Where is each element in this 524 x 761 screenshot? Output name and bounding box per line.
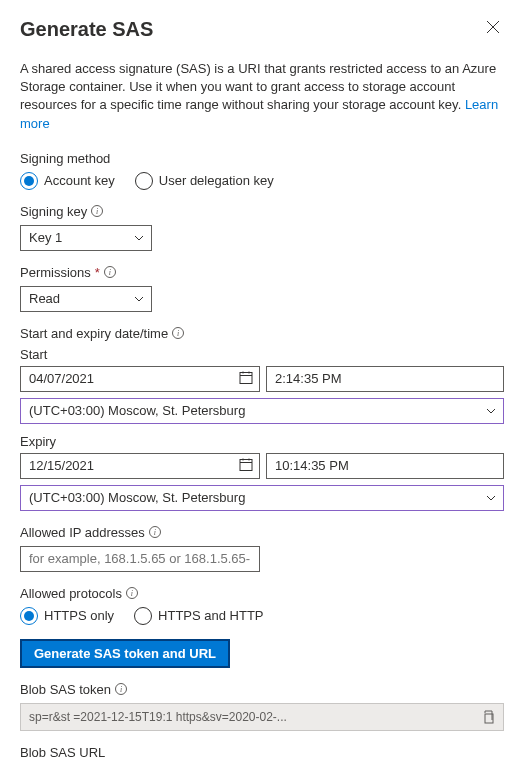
close-button[interactable]: [482, 16, 504, 42]
close-icon: [486, 20, 500, 34]
copy-sas-token-button[interactable]: [477, 708, 499, 726]
allowed-protocols-label: Allowed protocols i: [20, 586, 504, 601]
permissions-label: Permissions * i: [20, 265, 504, 280]
info-icon[interactable]: i: [115, 683, 127, 695]
copy-icon: [481, 710, 495, 724]
radio-icon: [135, 172, 153, 190]
sas-token-field: sp=r&st =2021-12-15T19:1 https&sv=2020-0…: [20, 703, 504, 731]
info-icon[interactable]: i: [172, 327, 184, 339]
calendar-icon: [239, 370, 253, 387]
svg-rect-0: [240, 372, 252, 383]
signing-key-dropdown[interactable]: Key 1: [20, 225, 152, 251]
info-icon[interactable]: i: [149, 526, 161, 538]
chevron-down-icon: [485, 492, 497, 504]
sas-token-label: Blob SAS token i: [20, 682, 504, 697]
allowed-ip-input[interactable]: [20, 546, 260, 572]
radio-icon: [20, 172, 38, 190]
svg-rect-4: [240, 459, 252, 470]
sas-url-label: Blob SAS URL: [20, 745, 504, 760]
page-title: Generate SAS: [20, 18, 153, 41]
start-label: Start: [20, 347, 504, 362]
signing-method-label: Signing method: [20, 151, 504, 166]
start-time-input[interactable]: 2:14:35 PM: [266, 366, 504, 392]
description-text: A shared access signature (SAS) is a URI…: [20, 60, 504, 133]
calendar-icon: [239, 457, 253, 474]
expiry-label: Expiry: [20, 434, 504, 449]
protocol-https-only[interactable]: HTTPS only: [20, 607, 114, 625]
start-timezone-dropdown[interactable]: (UTC+03:00) Moscow, St. Petersburg: [20, 398, 504, 424]
info-icon[interactable]: i: [126, 587, 138, 599]
info-icon[interactable]: i: [91, 205, 103, 217]
expiry-timezone-dropdown[interactable]: (UTC+03:00) Moscow, St. Petersburg: [20, 485, 504, 511]
info-icon[interactable]: i: [104, 266, 116, 278]
allowed-ip-label: Allowed IP addresses i: [20, 525, 504, 540]
chevron-down-icon: [485, 405, 497, 417]
expiry-date-input[interactable]: 12/15/2021: [20, 453, 260, 479]
radio-icon: [20, 607, 38, 625]
chevron-down-icon: [133, 232, 145, 244]
protocol-https-http[interactable]: HTTPS and HTTP: [134, 607, 263, 625]
signing-key-label: Signing key i: [20, 204, 504, 219]
signing-method-user-delegation[interactable]: User delegation key: [135, 172, 274, 190]
start-date-input[interactable]: 04/07/2021: [20, 366, 260, 392]
chevron-down-icon: [133, 293, 145, 305]
expiry-time-input[interactable]: 10:14:35 PM: [266, 453, 504, 479]
radio-icon: [134, 607, 152, 625]
datetime-label: Start and expiry date/time i: [20, 326, 504, 341]
generate-sas-button[interactable]: Generate SAS token and URL: [20, 639, 230, 668]
permissions-dropdown[interactable]: Read: [20, 286, 152, 312]
signing-method-account-key[interactable]: Account key: [20, 172, 115, 190]
